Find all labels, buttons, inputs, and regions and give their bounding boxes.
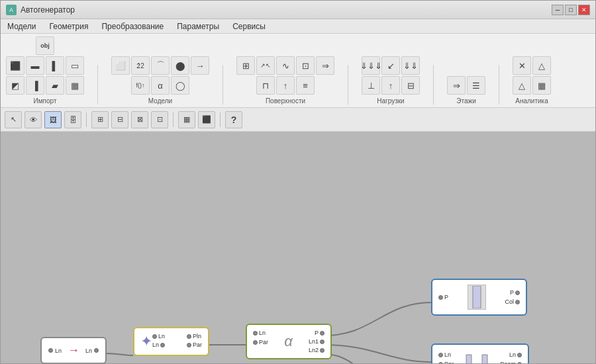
sep-4 xyxy=(433,65,434,105)
node-alpha[interactable]: Ln Par α P Ln1 xyxy=(246,324,332,359)
sep-1 xyxy=(97,65,98,105)
port-alpha-par-in xyxy=(253,340,258,345)
load-icon-3[interactable]: ⇓⇓ xyxy=(401,56,420,75)
pl-ln-out: Ln xyxy=(152,341,159,348)
layout-icon-2[interactable]: ⬛ xyxy=(198,111,215,128)
surf-icon-8[interactable]: ≡ xyxy=(296,76,315,95)
model-icon-6[interactable]: f()↑ xyxy=(131,76,150,95)
svg-rect-0 xyxy=(473,286,481,308)
port-col-p-out xyxy=(515,291,520,295)
grid-icon-3[interactable]: ⊠ xyxy=(131,111,148,128)
menu-models[interactable]: Модели xyxy=(1,21,43,32)
surf-icon-2[interactable]: ↗↖ xyxy=(256,56,275,75)
toolbar-group-import: obj ⬛ ▬ ▌ ▭ ◩ ▐ ▰ ▦ Импорт xyxy=(6,36,84,105)
canvas-area[interactable]: Ln → Ln Ln ✦ Ln xyxy=(1,132,595,363)
alpha-par: Par xyxy=(259,339,268,345)
minimize-button[interactable]: ─ xyxy=(552,5,564,15)
grid-icon-4[interactable]: ⊡ xyxy=(151,111,168,128)
menu-services[interactable]: Сервисы xyxy=(226,21,272,32)
sep-5 xyxy=(499,65,499,105)
alpha-ln1-out: Ln1 xyxy=(309,338,319,345)
import-obj-icon[interactable]: obj xyxy=(36,36,54,55)
tb2-sep-3 xyxy=(220,113,221,127)
model-icon-3[interactable]: ⌒ xyxy=(151,56,170,75)
title-bar: A Автогенератор ─ □ ✕ xyxy=(1,1,595,19)
import-icon-7[interactable]: ▰ xyxy=(46,76,64,95)
toolbar-group-models: ⬜ 2̂2 ⌒ ⬤ → f()↑ α ◯ Модели xyxy=(111,56,209,105)
model-icon-2[interactable]: 2̂2 xyxy=(131,56,150,75)
port-alpha-ln-in xyxy=(253,331,258,336)
surf-icon-4[interactable]: ⊡ xyxy=(296,56,315,75)
eye-icon[interactable]: 👁 xyxy=(25,111,42,128)
import-icon-4[interactable]: ▭ xyxy=(66,56,84,75)
node-ln-star[interactable]: Ln ✦ Ln Pln Par xyxy=(133,327,209,356)
model-icon-5[interactable]: → xyxy=(191,56,209,75)
image-icon[interactable]: 🖼 xyxy=(44,111,62,128)
database-icon[interactable]: 🗄 xyxy=(64,111,81,128)
load-icon-1[interactable]: ⇓⇓⇓ xyxy=(362,56,380,75)
port-beam-ln-out xyxy=(517,353,522,357)
floor-icon-1[interactable]: ⇒ xyxy=(447,76,466,95)
menu-params[interactable]: Параметры xyxy=(170,21,226,32)
analytics-icon-1[interactable]: ✕ xyxy=(513,56,531,75)
import-icon-3[interactable]: ▌ xyxy=(46,56,64,75)
beam-par-in: Par xyxy=(444,361,454,363)
node-beam[interactable]: Ln Par Ln xyxy=(431,343,529,363)
surf-icon-5[interactable]: ⇒ xyxy=(316,56,334,75)
floor-icon-2[interactable]: ☰ xyxy=(467,76,485,95)
node-ln-arrow[interactable]: Ln → Ln xyxy=(40,337,107,363)
beam-label: Beam xyxy=(500,361,516,363)
import-icon-6[interactable]: ▐ xyxy=(26,76,44,95)
alpha-p-out: P xyxy=(315,330,319,336)
maximize-button[interactable]: □ xyxy=(565,5,577,15)
grid-icon-2[interactable]: ⊟ xyxy=(111,111,128,128)
model-icon-7[interactable]: α xyxy=(151,76,170,95)
tb2-sep-1 xyxy=(86,113,87,127)
port-col-out xyxy=(515,300,520,304)
beam-ln-in: Ln xyxy=(444,351,451,358)
load-icon-6[interactable]: ⊟ xyxy=(401,76,420,95)
surf-icon-1[interactable]: ⊞ xyxy=(236,56,255,75)
import-icon-8[interactable]: ▦ xyxy=(66,76,84,95)
model-icon-4[interactable]: ⬤ xyxy=(171,56,189,75)
pl-ln: Ln xyxy=(158,333,165,340)
load-icon-5[interactable]: ↑ xyxy=(381,76,400,95)
load-icon-4[interactable]: ⊥ xyxy=(362,76,380,95)
analytics-icon-2[interactable]: △ xyxy=(532,56,551,75)
load-icon-2[interactable]: ↙ xyxy=(381,56,400,75)
node-col[interactable]: P P Col xyxy=(431,279,527,316)
model-icon-8[interactable]: ◯ xyxy=(171,76,189,95)
alpha-ln2-out: Ln2 xyxy=(309,347,319,353)
window-title: Автогенератор xyxy=(21,5,75,15)
port-label-ln-out: Ln xyxy=(85,347,92,354)
close-button[interactable]: ✕ xyxy=(578,5,590,15)
col-p-in: P xyxy=(444,294,448,300)
port-alpha-ln2-out xyxy=(320,348,324,353)
models-label: Модели xyxy=(148,97,172,105)
port-alpha-ln1-out xyxy=(320,340,324,344)
tb2-sep-2 xyxy=(173,113,174,127)
analytics-icon-3[interactable]: △ xyxy=(513,76,531,95)
menu-geometry[interactable]: Геометрия xyxy=(43,21,95,32)
model-icon-1[interactable]: ⬜ xyxy=(111,56,130,75)
surf-icon-3[interactable]: ∿ xyxy=(276,56,295,75)
col-p-out: P xyxy=(510,289,514,296)
surf-icon-7[interactable]: ↑ xyxy=(276,76,295,95)
surfaces-label: Поверхности xyxy=(266,97,305,105)
port-beam-ln-in xyxy=(438,353,443,357)
col-icon xyxy=(468,285,486,310)
import-icon-2[interactable]: ▬ xyxy=(26,56,44,75)
import-icon-1[interactable]: ⬛ xyxy=(6,56,25,75)
alpha-icon: α xyxy=(272,330,305,353)
alpha-ln: Ln xyxy=(259,330,266,336)
surf-icon-6[interactable]: ⊓ xyxy=(256,76,275,95)
help-icon[interactable]: ? xyxy=(225,111,242,128)
toolbar-group-loads: ⇓⇓⇓ ↙ ⇓⇓ ⊥ ↑ ⊟ Нагрузки xyxy=(362,56,420,105)
grid-icon-1[interactable]: ⊞ xyxy=(91,111,109,128)
cursor-icon[interactable]: ↖ xyxy=(5,111,22,128)
analytics-icon-4[interactable]: ▦ xyxy=(532,76,551,95)
menu-transform[interactable]: Преобразование xyxy=(95,21,170,32)
import-icon-5[interactable]: ◩ xyxy=(6,76,25,95)
toolbar-group-floors: ⇒ ☰ Этажи xyxy=(447,76,485,105)
layout-icon-1[interactable]: ▦ xyxy=(178,111,195,128)
